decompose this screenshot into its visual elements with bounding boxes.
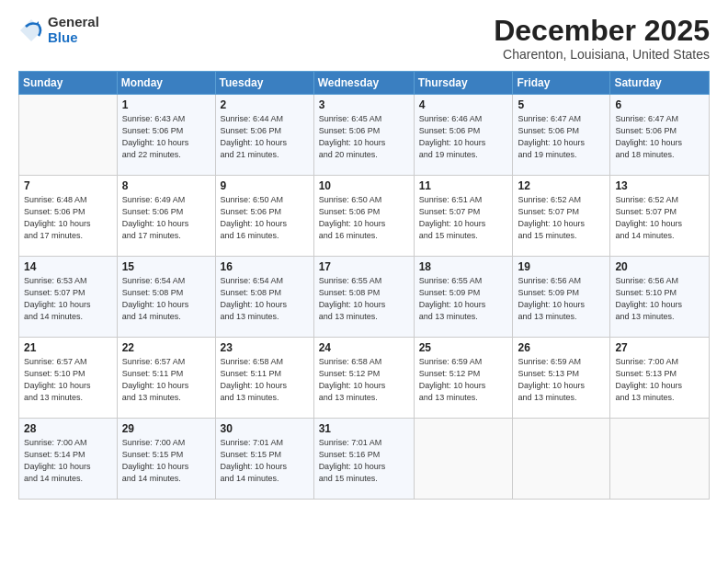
logo-general-text: General [48, 15, 99, 30]
day-number: 30 [221, 422, 309, 435]
day-number: 7 [24, 179, 112, 192]
calendar-cell: 26Sunrise: 6:59 AM Sunset: 5:13 PM Dayli… [513, 338, 610, 419]
calendar-cell [610, 419, 710, 500]
day-info: Sunrise: 6:49 AM Sunset: 5:06 PM Dayligh… [122, 194, 210, 242]
day-number: 9 [221, 179, 309, 192]
day-info: Sunrise: 6:47 AM Sunset: 5:06 PM Dayligh… [615, 113, 704, 161]
col-saturday: Saturday [610, 72, 710, 95]
col-monday: Monday [117, 72, 215, 95]
col-friday: Friday [513, 72, 610, 95]
calendar-cell: 13Sunrise: 6:52 AM Sunset: 5:07 PM Dayli… [610, 176, 710, 257]
day-number: 4 [419, 98, 508, 111]
day-info: Sunrise: 6:54 AM Sunset: 5:08 PM Dayligh… [221, 275, 309, 323]
calendar-cell: 17Sunrise: 6:55 AM Sunset: 5:08 PM Dayli… [313, 257, 414, 338]
day-info: Sunrise: 6:44 AM Sunset: 5:06 PM Dayligh… [221, 113, 309, 161]
day-number: 3 [319, 98, 409, 111]
day-info: Sunrise: 6:57 AM Sunset: 5:10 PM Dayligh… [24, 356, 112, 404]
day-number: 11 [419, 179, 508, 192]
calendar-cell: 3Sunrise: 6:45 AM Sunset: 5:06 PM Daylig… [313, 95, 414, 176]
title-block: December 2025 Charenton, Louisiana, Unit… [494, 15, 710, 62]
day-number: 14 [24, 260, 112, 273]
week-row-1: 1Sunrise: 6:43 AM Sunset: 5:06 PM Daylig… [19, 95, 710, 176]
day-info: Sunrise: 6:59 AM Sunset: 5:12 PM Dayligh… [419, 356, 508, 404]
calendar-cell [513, 419, 610, 500]
day-info: Sunrise: 6:57 AM Sunset: 5:11 PM Dayligh… [122, 356, 210, 404]
subtitle: Charenton, Louisiana, United States [494, 47, 710, 62]
day-number: 27 [615, 341, 704, 354]
week-row-4: 21Sunrise: 6:57 AM Sunset: 5:10 PM Dayli… [19, 338, 710, 419]
day-info: Sunrise: 6:48 AM Sunset: 5:06 PM Dayligh… [24, 194, 112, 242]
day-info: Sunrise: 6:53 AM Sunset: 5:07 PM Dayligh… [24, 275, 112, 323]
day-info: Sunrise: 6:47 AM Sunset: 5:06 PM Dayligh… [518, 113, 605, 161]
day-number: 10 [319, 179, 409, 192]
day-number: 5 [518, 98, 605, 111]
col-sunday: Sunday [19, 72, 118, 95]
day-number: 18 [419, 260, 508, 273]
header: General Blue December 2025 Charenton, Lo… [18, 15, 710, 62]
calendar-cell: 5Sunrise: 6:47 AM Sunset: 5:06 PM Daylig… [513, 95, 610, 176]
calendar-cell: 8Sunrise: 6:49 AM Sunset: 5:06 PM Daylig… [117, 176, 215, 257]
day-number: 13 [615, 179, 704, 192]
day-info: Sunrise: 6:52 AM Sunset: 5:07 PM Dayligh… [615, 194, 704, 242]
day-number: 22 [122, 341, 210, 354]
calendar-cell: 1Sunrise: 6:43 AM Sunset: 5:06 PM Daylig… [117, 95, 215, 176]
day-number: 15 [122, 260, 210, 273]
day-number: 2 [221, 98, 309, 111]
calendar-cell: 20Sunrise: 6:56 AM Sunset: 5:10 PM Dayli… [610, 257, 710, 338]
week-row-5: 28Sunrise: 7:00 AM Sunset: 5:14 PM Dayli… [19, 419, 710, 500]
calendar-cell [19, 95, 118, 176]
logo: General Blue [18, 15, 99, 45]
day-number: 24 [319, 341, 409, 354]
day-info: Sunrise: 6:54 AM Sunset: 5:08 PM Dayligh… [122, 275, 210, 323]
calendar-cell: 28Sunrise: 7:00 AM Sunset: 5:14 PM Dayli… [19, 419, 118, 500]
day-info: Sunrise: 7:01 AM Sunset: 5:16 PM Dayligh… [319, 437, 409, 485]
day-number: 23 [221, 341, 309, 354]
calendar-cell: 29Sunrise: 7:00 AM Sunset: 5:15 PM Dayli… [117, 419, 215, 500]
day-number: 16 [221, 260, 309, 273]
calendar-cell: 7Sunrise: 6:48 AM Sunset: 5:06 PM Daylig… [19, 176, 118, 257]
calendar-cell: 15Sunrise: 6:54 AM Sunset: 5:08 PM Dayli… [117, 257, 215, 338]
day-info: Sunrise: 6:55 AM Sunset: 5:08 PM Dayligh… [319, 275, 409, 323]
col-thursday: Thursday [414, 72, 513, 95]
calendar-cell [414, 419, 513, 500]
day-number: 28 [24, 422, 112, 435]
day-info: Sunrise: 7:00 AM Sunset: 5:14 PM Dayligh… [24, 437, 112, 485]
day-info: Sunrise: 7:01 AM Sunset: 5:15 PM Dayligh… [221, 437, 309, 485]
logo-icon [18, 17, 44, 43]
day-number: 6 [615, 98, 704, 111]
day-info: Sunrise: 6:50 AM Sunset: 5:06 PM Dayligh… [221, 194, 309, 242]
day-number: 19 [518, 260, 605, 273]
day-number: 8 [122, 179, 210, 192]
calendar-cell: 22Sunrise: 6:57 AM Sunset: 5:11 PM Dayli… [117, 338, 215, 419]
day-number: 12 [518, 179, 605, 192]
day-info: Sunrise: 7:00 AM Sunset: 5:15 PM Dayligh… [122, 437, 210, 485]
calendar-cell: 21Sunrise: 6:57 AM Sunset: 5:10 PM Dayli… [19, 338, 118, 419]
day-number: 21 [24, 341, 112, 354]
calendar-cell: 11Sunrise: 6:51 AM Sunset: 5:07 PM Dayli… [414, 176, 513, 257]
day-info: Sunrise: 6:51 AM Sunset: 5:07 PM Dayligh… [419, 194, 508, 242]
day-info: Sunrise: 6:58 AM Sunset: 5:11 PM Dayligh… [221, 356, 309, 404]
day-number: 17 [319, 260, 409, 273]
calendar-cell: 16Sunrise: 6:54 AM Sunset: 5:08 PM Dayli… [215, 257, 313, 338]
day-info: Sunrise: 6:58 AM Sunset: 5:12 PM Dayligh… [319, 356, 409, 404]
logo-text: General Blue [48, 15, 99, 45]
calendar-cell: 24Sunrise: 6:58 AM Sunset: 5:12 PM Dayli… [313, 338, 414, 419]
week-row-3: 14Sunrise: 6:53 AM Sunset: 5:07 PM Dayli… [19, 257, 710, 338]
calendar-cell: 18Sunrise: 6:55 AM Sunset: 5:09 PM Dayli… [414, 257, 513, 338]
page: General Blue December 2025 Charenton, Lo… [0, 0, 728, 563]
day-number: 26 [518, 341, 605, 354]
calendar-cell: 27Sunrise: 7:00 AM Sunset: 5:13 PM Dayli… [610, 338, 710, 419]
day-info: Sunrise: 6:55 AM Sunset: 5:09 PM Dayligh… [419, 275, 508, 323]
logo-blue-text: Blue [48, 30, 99, 46]
calendar-cell: 30Sunrise: 7:01 AM Sunset: 5:15 PM Dayli… [215, 419, 313, 500]
col-tuesday: Tuesday [215, 72, 313, 95]
day-number: 25 [419, 341, 508, 354]
day-info: Sunrise: 6:46 AM Sunset: 5:06 PM Dayligh… [419, 113, 508, 161]
day-info: Sunrise: 6:52 AM Sunset: 5:07 PM Dayligh… [518, 194, 605, 242]
day-number: 1 [122, 98, 210, 111]
day-info: Sunrise: 6:59 AM Sunset: 5:13 PM Dayligh… [518, 356, 605, 404]
day-info: Sunrise: 6:43 AM Sunset: 5:06 PM Dayligh… [122, 113, 210, 161]
calendar-cell: 31Sunrise: 7:01 AM Sunset: 5:16 PM Dayli… [313, 419, 414, 500]
day-number: 29 [122, 422, 210, 435]
calendar-cell: 10Sunrise: 6:50 AM Sunset: 5:06 PM Dayli… [313, 176, 414, 257]
